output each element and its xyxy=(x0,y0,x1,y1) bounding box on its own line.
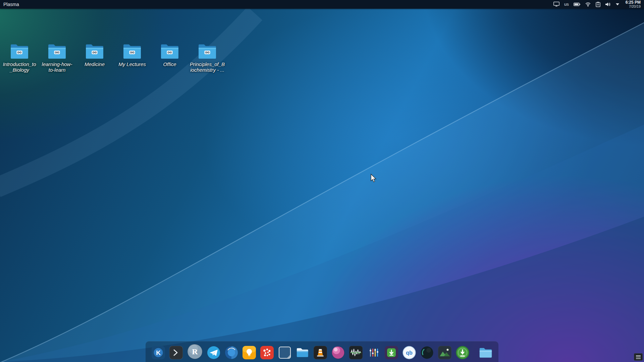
launcher-glyph: K xyxy=(156,349,161,356)
folder-icon xyxy=(122,44,142,60)
qbittorrent-glyph: qb xyxy=(406,350,413,356)
dock-item-folder[interactable] xyxy=(478,345,493,360)
panel-app-label: Plasma xyxy=(3,2,19,7)
dock-item-qbittorrent[interactable]: qb xyxy=(402,345,417,360)
dock-item-rstudio[interactable]: R xyxy=(186,343,203,360)
clock-date: 7/20/19 xyxy=(626,5,641,9)
link-emblem xyxy=(204,51,210,54)
dock-item-vlc[interactable] xyxy=(313,345,328,360)
system-tray: us 6:25 PM 7/20/19 xyxy=(553,0,641,9)
desktop-folder-my-lectures[interactable]: My Lectures xyxy=(113,44,151,73)
qbittorrent-icon: qb xyxy=(402,346,416,359)
folder-icon xyxy=(10,44,29,60)
kde-launcher-icon: K xyxy=(152,346,165,359)
dock-item-video-downloader[interactable] xyxy=(384,345,399,360)
desktop-folder-learning-how-to-learn[interactable]: learning-how-to-learn xyxy=(38,44,76,73)
dock-item-dark-sphere-app[interactable] xyxy=(420,345,434,360)
folder-label: learning-how-to-learn xyxy=(39,61,75,73)
audio-mixer-icon xyxy=(367,346,380,359)
wifi-icon[interactable] xyxy=(585,2,591,7)
dock-item-lightbulb-app[interactable] xyxy=(242,345,257,360)
link-emblem xyxy=(129,51,135,54)
caret-down-icon[interactable] xyxy=(615,3,620,6)
top-panel: Plasma us 6:25 PM 7/20/19 xyxy=(0,0,644,9)
download-manager-icon xyxy=(456,346,469,359)
hamburger-icon xyxy=(636,355,641,356)
desktop-folder-introduction-to-biology[interactable]: Introduction_to_Biology xyxy=(1,44,38,73)
link-emblem xyxy=(54,51,60,54)
keyboard-layout-indicator[interactable]: us xyxy=(564,2,569,7)
vlc-icon xyxy=(314,346,327,359)
folder-icon xyxy=(160,44,179,60)
panel-toolbox-button[interactable] xyxy=(634,353,643,361)
dock-item-audio-waveform[interactable] xyxy=(348,345,363,360)
dock-item-browser[interactable] xyxy=(224,345,239,360)
dock-item-file-manager[interactable] xyxy=(295,345,310,360)
dock-item-app-launcher[interactable]: K xyxy=(151,345,166,360)
lightbulb-icon xyxy=(243,346,256,359)
desktop-icon-grid: Introduction_to_Biology learning-how-to-… xyxy=(1,44,226,73)
folder-label: Office xyxy=(152,61,187,67)
folder-icon xyxy=(47,44,67,60)
video-downloader-icon xyxy=(385,346,398,359)
link-emblem xyxy=(167,51,172,54)
dock-item-image-viewer[interactable] xyxy=(437,345,452,360)
folder-icon xyxy=(85,44,104,60)
music-player-icon xyxy=(331,346,345,359)
dark-sphere-icon xyxy=(420,346,434,359)
dock-item-download-manager[interactable] xyxy=(455,345,470,360)
rstudio-icon: R xyxy=(187,344,203,359)
rstudio-glyph: R xyxy=(192,347,198,356)
telegram-icon xyxy=(207,346,220,359)
link-emblem xyxy=(16,51,22,54)
dock-item-telegram[interactable] xyxy=(206,345,221,360)
folder-label: My Lectures xyxy=(114,61,150,67)
desktop-folder-principles-of-biochemistry[interactable]: Principles_of_Biochemistry - ... xyxy=(189,44,226,73)
dock: K R xyxy=(146,341,498,362)
battery-icon[interactable] xyxy=(574,2,580,6)
reference-manager-icon xyxy=(260,346,274,359)
audio-waveform-icon xyxy=(349,346,363,359)
display-icon[interactable] xyxy=(553,2,559,7)
link-emblem xyxy=(92,51,97,54)
folder-icon xyxy=(479,346,493,359)
volume-icon[interactable] xyxy=(605,2,611,7)
terminal-icon xyxy=(169,346,183,359)
mouse-cursor xyxy=(370,174,378,184)
clock-time: 6:25 PM xyxy=(626,0,641,5)
notes-icon xyxy=(278,346,291,359)
file-manager-icon xyxy=(296,346,310,359)
dock-item-music-player[interactable] xyxy=(331,345,345,360)
hamburger-icon xyxy=(636,357,641,357)
folder-label: Principles_of_Biochemistry - ... xyxy=(190,61,225,73)
folder-icon xyxy=(198,44,217,60)
folder-label: Medicine xyxy=(77,61,112,67)
image-viewer-icon xyxy=(438,346,451,359)
clipboard-icon[interactable] xyxy=(596,2,600,7)
hamburger-icon xyxy=(636,358,641,359)
browser-icon xyxy=(225,346,238,359)
dock-item-terminal[interactable] xyxy=(169,345,183,360)
desktop-folder-medicine[interactable]: Medicine xyxy=(76,44,113,73)
digital-clock[interactable]: 6:25 PM 7/20/19 xyxy=(626,0,641,9)
folder-label: Introduction_to_Biology xyxy=(2,61,37,73)
dock-item-reference-manager[interactable] xyxy=(260,345,274,360)
dock-item-notes[interactable] xyxy=(277,345,292,360)
dock-item-audio-mixer[interactable] xyxy=(366,345,381,360)
desktop-folder-office[interactable]: Office xyxy=(151,44,189,73)
